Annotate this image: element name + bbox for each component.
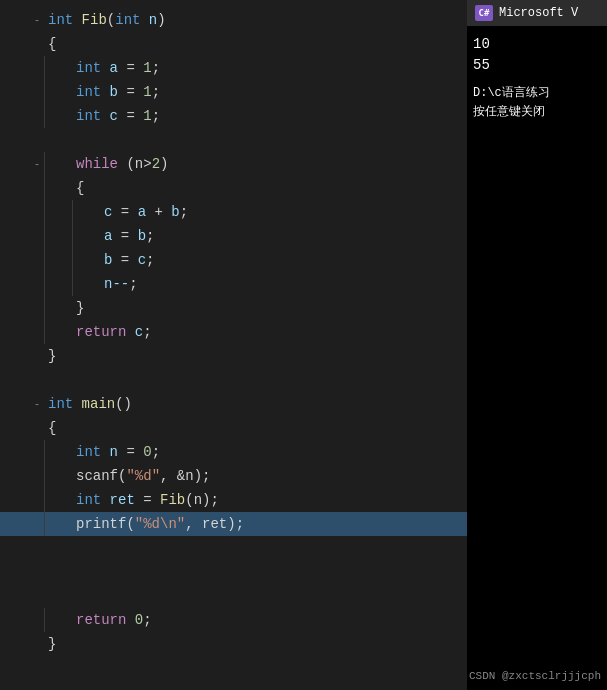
indent-guides (44, 272, 100, 296)
code-tokens: { (44, 420, 56, 436)
token: int (76, 492, 110, 508)
collapse-button[interactable]: - (30, 399, 44, 410)
indent-guide (44, 464, 72, 488)
token: ; (152, 84, 160, 100)
token: , &n); (160, 468, 210, 484)
token: int (76, 60, 110, 76)
code-line: { (0, 176, 470, 200)
token: printf( (76, 516, 135, 532)
token: n-- (104, 276, 129, 292)
console-output: 10 55 D:\c语言练习 按任意键关闭 (467, 26, 607, 130)
token: = (112, 252, 137, 268)
code-tokens: printf("%d\n", ret); (72, 516, 244, 532)
token: Fib (160, 492, 185, 508)
indent-guides (44, 440, 72, 464)
token: b (104, 252, 112, 268)
code-line: return 0; (0, 608, 470, 632)
code-line: -int Fib(int n) (0, 8, 470, 32)
indent-guide (44, 224, 72, 248)
token: ; (143, 324, 151, 340)
token: a (104, 228, 112, 244)
token: c (138, 252, 146, 268)
indent-guides (44, 512, 72, 536)
indent-guides (44, 152, 72, 176)
token: ; (152, 108, 160, 124)
code-line: scanf("%d", &n); (0, 464, 470, 488)
console-path-line2: 按任意键关闭 (473, 103, 601, 122)
token: while (76, 156, 126, 172)
token: 1 (143, 60, 151, 76)
indent-guide (44, 248, 72, 272)
code-tokens: int ret = Fib(n); (72, 492, 219, 508)
code-line: int ret = Fib(n); (0, 488, 470, 512)
indent-guides (44, 296, 72, 320)
token: b (110, 84, 118, 100)
code-tokens: scanf("%d", &n); (72, 468, 210, 484)
token: ; (143, 612, 151, 628)
code-lines: -int Fib(int n){int a = 1;int b = 1;int … (0, 0, 470, 656)
code-line: } (0, 296, 470, 320)
token: 0 (135, 612, 143, 628)
token: ) (157, 12, 165, 28)
indent-guides (44, 464, 72, 488)
token: , ret); (185, 516, 244, 532)
token: } (76, 300, 84, 316)
indent-guide (44, 296, 72, 320)
indent-guide (44, 512, 72, 536)
code-line (0, 560, 470, 584)
token: ( (107, 12, 115, 28)
token: n (149, 12, 157, 28)
token: = (118, 84, 143, 100)
token: ; (129, 276, 137, 292)
token: int (76, 84, 110, 100)
code-line: printf("%d\n", ret); (0, 512, 470, 536)
indent-guides (44, 248, 100, 272)
token: { (76, 180, 84, 196)
token: int (48, 12, 82, 28)
indent-guides (44, 488, 72, 512)
indent-guide (72, 248, 100, 272)
token: { (48, 36, 56, 52)
token: 2 (152, 156, 160, 172)
token: 1 (143, 108, 151, 124)
token: int (48, 396, 82, 412)
code-line: int n = 0; (0, 440, 470, 464)
code-line: int c = 1; (0, 104, 470, 128)
code-line (0, 536, 470, 560)
code-tokens: n--; (100, 276, 138, 292)
code-line (0, 368, 470, 392)
collapse-button[interactable]: - (30, 15, 44, 26)
token: int (76, 108, 110, 124)
indent-guides (44, 176, 72, 200)
indent-guides (44, 80, 72, 104)
indent-guides (44, 608, 72, 632)
console-panel: C# Microsoft V 10 55 D:\c语言练习 按任意键关闭 (467, 0, 607, 690)
token: ; (152, 444, 160, 460)
console-path: D:\c语言练习 按任意键关闭 (473, 84, 601, 122)
token: = (118, 444, 143, 460)
code-line: -while (n>2) (0, 152, 470, 176)
indent-guide (72, 272, 100, 296)
token: 0 (143, 444, 151, 460)
token: = (118, 60, 143, 76)
token: return (76, 324, 135, 340)
indent-guide (72, 224, 100, 248)
code-tokens: { (72, 180, 84, 196)
indent-guides (44, 224, 100, 248)
code-line: a = b; (0, 224, 470, 248)
code-editor: -int Fib(int n){int a = 1;int b = 1;int … (0, 0, 470, 690)
code-line: { (0, 416, 470, 440)
indent-guide (44, 80, 72, 104)
token: ; (180, 204, 188, 220)
code-tokens: c = a + b; (100, 204, 188, 220)
code-line (0, 128, 470, 152)
token: = (112, 228, 137, 244)
collapse-button[interactable]: - (30, 159, 44, 170)
code-line: int a = 1; (0, 56, 470, 80)
code-line: b = c; (0, 248, 470, 272)
token: return (76, 612, 135, 628)
code-tokens: int main() (44, 396, 132, 412)
token: scanf( (76, 468, 126, 484)
console-icon: C# (475, 5, 493, 21)
console-title-bar: C# Microsoft V (467, 0, 607, 26)
